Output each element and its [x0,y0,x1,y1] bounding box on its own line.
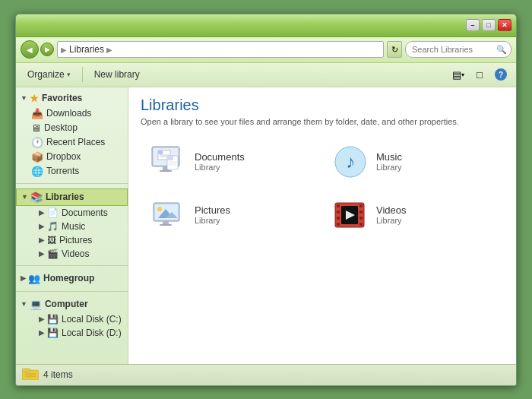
music-icon: ♪ [332,145,369,179]
homegroup-header[interactable]: ▶ 👥 Homegroup [16,271,128,287]
forward-icon: ▶ [45,46,50,53]
lib-documents-icon: ▶ [39,208,45,217]
sidebar-item-libraries[interactable]: ▼ 📚 Libraries [16,188,128,206]
svg-rect-25 [337,217,340,220]
computer-sub: ▶ 💾 Local Disk (C:) ▶ 💾 Local Disk (D:) [16,312,128,340]
sidebar-item-lib-documents[interactable]: ▶ 📄 Documents [27,206,128,220]
organize-button[interactable]: Organize ▾ [22,66,76,83]
content-area: Libraries Open a library to see your fil… [128,87,516,364]
sidebar-item-local-disk-c[interactable]: ▶ 💾 Local Disk (C:) [27,312,128,326]
close-button[interactable]: ✕ [498,19,511,31]
path-separator: ▶ [106,46,112,54]
homegroup-arrow: ▶ [21,274,26,282]
svg-rect-34 [22,369,30,372]
sidebar-item-lib-videos[interactable]: ▶ 🎬 Videos [27,247,128,261]
computer-label: Computer [45,299,88,309]
music-info: Music Library [376,151,402,172]
computer-section: ▼ 💻 Computer ▶ 💾 Local Disk (C:) ▶ 💾 Loc… [16,293,128,343]
refresh-button[interactable]: ↻ [387,41,402,58]
page-subtitle: Open a library to see your files and arr… [141,117,504,126]
sidebar-item-lib-music[interactable]: ▶ 🎵 Music [27,220,128,233]
sidebar-item-local-disk-d[interactable]: ▶ 💾 Local Disk (D:) [27,326,128,340]
layout-icon: □ [477,69,483,81]
sidebar-item-downloads[interactable]: 📥 Downloads [16,106,128,121]
lib-music-icon: 🎵 [47,221,59,232]
svg-text:♪: ♪ [346,151,355,172]
back-button[interactable]: ◀ [21,40,39,59]
minimize-button[interactable]: – [466,19,480,31]
lib-videos-icon: 🎬 [47,249,59,259]
downloads-label: Downloads [46,108,91,119]
desktop-icon: 🖥 [31,122,41,134]
sidebar-item-torrents[interactable]: 🌐 Torrents [16,164,128,179]
downloads-icon: 📥 [31,108,43,119]
view-icon: ▤ [452,69,461,81]
sidebar-divider-2 [16,265,128,266]
libraries-section: ▼ 📚 Libraries ▶ 📄 Documents ▶ 🎵 Music [16,185,128,264]
view-chevron: ▾ [461,71,464,78]
sidebar-item-recent-places[interactable]: 🕐 Recent Places [16,135,128,150]
homegroup-section: ▶ 👥 Homegroup [16,268,128,290]
sidebar: ▼ ★ Favorites 📥 Downloads 🖥 Desktop 🕐 Re… [16,87,128,364]
page-title: Libraries [141,97,504,114]
homegroup-label: Homegroup [43,273,94,283]
new-library-button[interactable]: New library [89,66,145,83]
main-area: ▼ ★ Favorites 📥 Downloads 🖥 Desktop 🕐 Re… [16,87,516,364]
libraries-label: Libraries [46,192,84,202]
computer-header[interactable]: ▼ 💻 Computer [16,296,128,312]
lib-documents-label: Documents [62,207,108,218]
address-path[interactable]: ▶ Libraries ▶ [57,41,384,58]
svg-rect-3 [158,150,163,154]
search-container: 🔍 [405,41,511,58]
sidebar-item-lib-pictures[interactable]: ▶ 🖼 Pictures [27,233,128,247]
svg-rect-9 [167,156,173,160]
videos-name: Videos [376,204,407,216]
help-icon: ? [495,68,507,81]
documents-type: Library [195,163,245,172]
music-name: Music [376,151,402,163]
dropbox-icon: 📦 [31,151,43,163]
library-item-documents[interactable]: Documents Library [141,138,316,185]
maximize-button[interactable]: □ [482,19,496,31]
torrents-label: Torrents [46,166,79,176]
desktop-label: Desktop [44,122,78,133]
pictures-name: Pictures [195,204,230,216]
library-item-pictures[interactable]: Pictures Library [141,192,316,239]
documents-name: Documents [195,151,245,163]
nav-buttons: ◀ ▶ [21,40,54,59]
organize-label: Organize [27,69,65,80]
library-item-music[interactable]: ♪ Music Library [322,138,498,185]
svg-rect-7 [160,170,172,172]
status-bar: 4 items [16,364,516,385]
view-options-button[interactable]: ▤ ▾ [449,66,467,83]
toolbar: Organize ▾ New library ▤ ▾ □ ? [16,63,516,87]
libraries-icon: 📚 [30,192,43,203]
favorites-star-icon: ★ [30,93,39,104]
svg-rect-30 [359,223,363,226]
computer-icon: 💻 [30,299,42,310]
favorites-header[interactable]: ▼ ★ Favorites [16,90,128,106]
svg-rect-29 [359,217,363,220]
search-input[interactable] [405,41,511,58]
library-grid: Documents Library ♪ Music Library [141,138,504,239]
disk-c-label: Local Disk (C:) [62,314,122,325]
dropbox-label: Dropbox [46,151,81,162]
computer-arrow: ▼ [21,300,27,308]
pictures-icon [150,198,187,232]
pictures-info: Pictures Library [195,204,230,225]
music-type: Library [376,163,402,172]
svg-rect-28 [359,211,363,214]
library-item-videos[interactable]: Videos Library [322,192,498,239]
help-button[interactable]: ? [492,66,510,83]
refresh-icon: ↻ [391,45,398,55]
layout-button[interactable]: □ [470,66,489,83]
sidebar-divider-1 [16,183,128,184]
documents-icon [150,145,187,179]
window-controls: – □ ✕ [466,19,511,31]
videos-icon [332,198,369,232]
disk-d-expand: ▶ [39,328,45,337]
search-icon: 🔍 [496,45,507,55]
forward-button[interactable]: ▶ [40,43,54,56]
sidebar-item-desktop[interactable]: 🖥 Desktop [16,121,128,135]
sidebar-item-dropbox[interactable]: 📦 Dropbox [16,150,128,164]
